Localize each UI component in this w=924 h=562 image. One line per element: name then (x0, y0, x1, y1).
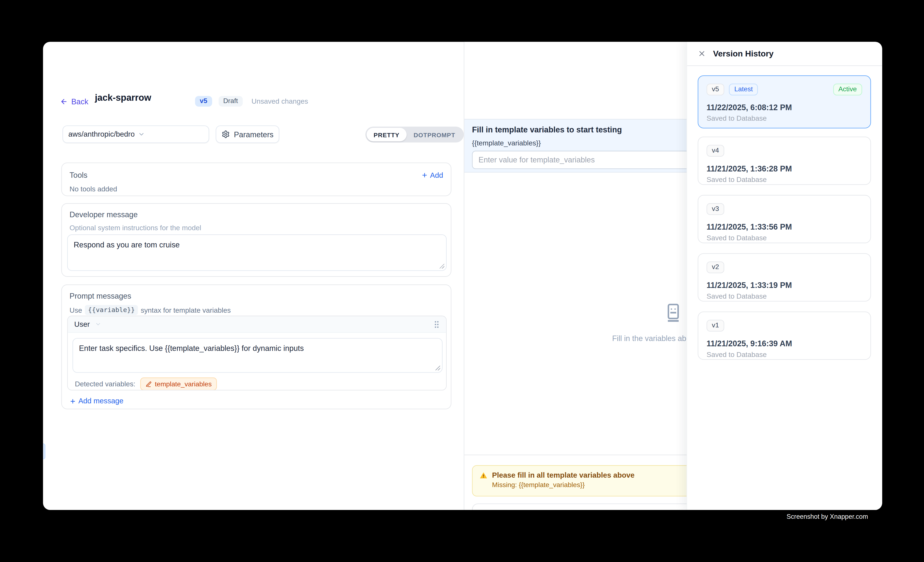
version-number-badge: v1 (706, 320, 724, 331)
version-number-badge: v4 (706, 145, 724, 156)
version-storage: Saved to Database (706, 175, 862, 184)
model-select[interactable]: aws/anthropic/bedrock-claude-3-5-s... (62, 126, 209, 143)
version-timestamp: 11/22/2025, 6:08:12 PM (706, 103, 862, 112)
detected-variable-chip[interactable]: template_variables (140, 378, 217, 390)
syntax-hint: Use {{variable}} syntax for template var… (69, 305, 443, 315)
toggle-pretty[interactable]: PRETTY (366, 128, 406, 142)
edge-tab[interactable] (43, 444, 45, 459)
unsaved-changes-label: Unsaved changes (251, 97, 308, 105)
parameters-label: Parameters (234, 130, 274, 139)
plus-icon (69, 398, 76, 404)
tools-card: Tools Add No tools added (62, 163, 452, 196)
add-message-label: Add message (78, 397, 123, 405)
message-value: Enter task specifics. Use {{template_var… (79, 344, 304, 353)
version-history-panel: Version History v5 Latest Active 11/22/2… (687, 42, 882, 510)
format-toggle: PRETTY DOTPROMPT (365, 127, 464, 142)
message-input[interactable]: Enter task specifics. Use {{template_var… (72, 338, 442, 373)
screen: Back jack-sparrow v5 Draft Unsaved chang… (0, 0, 924, 562)
tools-title: Tools (69, 171, 87, 179)
resize-grip-icon[interactable] (440, 264, 444, 268)
detected-variables-row: Detected variables: template_variables (75, 378, 217, 390)
version-card-v5[interactable]: v5 Latest Active 11/22/2025, 6:08:12 PM … (698, 75, 871, 129)
version-number-badge: v2 (706, 262, 724, 273)
draft-badge: Draft (219, 96, 243, 106)
version-history-header: Version History (687, 42, 882, 66)
resize-grip-icon[interactable] (435, 366, 440, 371)
prompt-messages-card: Prompt messages Use {{variable}} syntax … (62, 284, 452, 409)
back-button[interactable]: Back (60, 97, 88, 106)
role-value: User (74, 320, 90, 328)
plus-icon (421, 172, 428, 178)
warning-title: Please fill in all template variables ab… (492, 471, 634, 479)
version-card-v1[interactable]: v1 11/21/2025, 9:16:39 AM Saved to Datab… (698, 311, 871, 360)
toggle-dotprompt[interactable]: DOTPROMPT (406, 128, 462, 142)
version-number-badge: v5 (706, 84, 724, 95)
tools-empty-text: No tools added (69, 185, 443, 193)
watermark: Screenshot by Xnapper.com (787, 513, 868, 520)
developer-message-title: Developer message (69, 210, 443, 219)
version-timestamp: 11/21/2025, 9:16:39 AM (706, 339, 862, 348)
version-storage: Saved to Database (706, 114, 862, 122)
close-icon[interactable] (698, 49, 706, 58)
latest-badge: Latest (729, 84, 758, 95)
variable-code-chip: {{variable}} (85, 305, 138, 315)
chevron-down-icon (138, 131, 203, 138)
app-window: Back jack-sparrow v5 Draft Unsaved chang… (43, 42, 882, 510)
gear-icon (222, 130, 230, 138)
add-tool-button[interactable]: Add (421, 171, 443, 179)
developer-message-value: Respond as you are tom cruise (74, 240, 180, 249)
syntax-prefix: Use (69, 306, 82, 314)
warning-triangle-icon (480, 471, 487, 479)
version-storage: Saved to Database (706, 233, 862, 242)
role-select[interactable]: User (74, 320, 102, 328)
version-storage: Saved to Database (706, 350, 862, 358)
message-header: User (68, 316, 446, 333)
model-select-value: aws/anthropic/bedrock-claude-3-5-s... (69, 130, 134, 138)
add-message-button[interactable]: Add message (69, 397, 123, 405)
developer-message-input[interactable]: Respond as you are tom cruise (67, 235, 447, 271)
add-tool-label: Add (430, 171, 443, 179)
prompt-messages-title: Prompt messages (69, 291, 443, 300)
bot-icon (664, 303, 683, 322)
back-label: Back (71, 97, 88, 106)
header-badges: v5 Draft Unsaved changes (195, 96, 308, 106)
parameters-button[interactable]: Parameters (216, 126, 279, 143)
detected-variables-label: Detected variables: (75, 380, 135, 388)
drag-handle-icon[interactable] (434, 320, 440, 328)
active-badge: Active (833, 84, 862, 95)
pencil-icon (146, 381, 152, 387)
message-block: User Enter task specifics. Use {{templat… (67, 315, 447, 390)
version-badge: v5 (195, 96, 212, 106)
version-card-v4[interactable]: v4 11/21/2025, 1:36:28 PM Saved to Datab… (698, 137, 871, 185)
developer-message-card: Developer message Optional system instru… (62, 203, 452, 277)
version-storage: Saved to Database (706, 292, 862, 300)
version-timestamp: 11/21/2025, 1:36:28 PM (706, 164, 862, 173)
version-number-badge: v3 (706, 203, 724, 215)
version-card-v3[interactable]: v3 11/21/2025, 1:33:56 PM Saved to Datab… (698, 195, 871, 243)
arrow-left-icon (60, 98, 68, 105)
syntax-suffix: syntax for template variables (141, 306, 231, 314)
version-timestamp: 11/21/2025, 1:33:56 PM (706, 222, 862, 231)
page-title: jack-sparrow (95, 93, 151, 103)
version-timestamp: 11/21/2025, 1:33:19 PM (706, 281, 862, 289)
version-history-title: Version History (713, 49, 773, 58)
detected-variable-name: template_variables (155, 380, 212, 388)
chevron-down-icon (95, 321, 102, 327)
version-card-v2[interactable]: v2 11/21/2025, 1:33:19 PM Saved to Datab… (698, 253, 871, 302)
developer-message-subtitle: Optional system instructions for the mod… (69, 224, 443, 232)
